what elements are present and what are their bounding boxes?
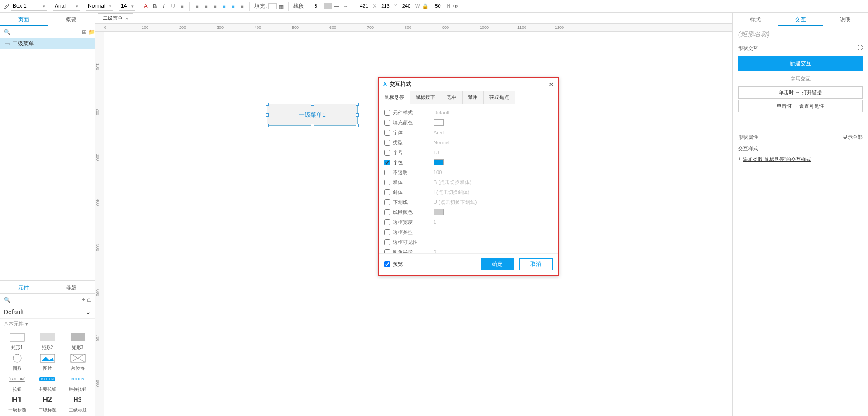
h-input[interactable] [429,2,446,10]
tab-interactions[interactable]: 交互 [778,13,823,26]
widget-group-header[interactable]: 基本元件 ▾ [0,319,95,329]
dialog-tab[interactable]: 选中 [441,91,463,104]
search-icon[interactable]: 🔍 [4,28,10,36]
add-page-icon[interactable]: ⊞ [82,28,86,36]
size-select[interactable] [119,2,135,11]
visibility-icon[interactable]: 👁 [451,2,460,11]
property-value[interactable]: Arial [434,130,444,135]
color-chip[interactable] [434,159,444,165]
underline-icon[interactable]: U [168,2,177,11]
weight-select[interactable] [86,2,113,11]
cancel-button[interactable]: 取消 [519,258,553,270]
widget-name-input[interactable] [11,2,47,11]
preset-visibility-button[interactable]: 单击时 → 设置可见性 [738,100,863,112]
dialog-tab[interactable]: 获取焦点 [484,91,515,104]
align-bottom-icon[interactable]: ≡ [238,2,247,11]
line-color-chip[interactable] [324,3,332,9]
property-checkbox[interactable] [384,239,390,245]
widget-h1[interactable]: H1一级标题 [3,394,31,413]
page-tree-item[interactable]: ▭ 二级菜单 [0,38,95,49]
text-color-icon[interactable]: A [141,2,150,11]
widget-rect2[interactable]: 矩形2 [33,332,62,351]
fill-color-chip[interactable] [268,3,277,9]
pages-search-input[interactable] [12,29,80,35]
property-checkbox[interactable] [384,130,390,136]
property-checkbox[interactable] [384,120,390,126]
add-ix-style-link[interactable]: + 添加类似"鼠标悬停"的交互样式 [733,154,868,165]
property-value[interactable]: I (点击切换斜体) [434,189,469,196]
widget-image[interactable]: 图片 [33,353,62,372]
fill-image-icon[interactable]: ▦ [277,2,286,11]
property-value[interactable]: Default [434,110,449,115]
expand-icon[interactable]: ⛶ [858,45,863,52]
bullet-icon[interactable]: ≡ [177,2,186,11]
property-checkbox[interactable] [384,140,390,146]
align-middle-icon[interactable]: ≡ [229,2,238,11]
property-value[interactable]: Normal [434,140,449,145]
lib-menu-icon[interactable]: 🗀 [87,296,92,304]
property-value[interactable]: 0 [434,249,436,253]
bold-icon[interactable]: B [150,2,159,11]
widgets-search-input[interactable] [12,297,80,303]
line-style-icon[interactable]: — [332,2,341,11]
shape-name-field[interactable]: (矩形名称) [733,26,868,42]
property-value[interactable]: U (点击切换下划线) [434,199,477,206]
color-chip[interactable] [434,209,444,215]
close-icon[interactable]: × [125,16,128,21]
property-value[interactable]: 100 [434,170,442,175]
tab-notes[interactable]: 说明 [823,13,868,26]
property-checkbox[interactable] [384,189,390,195]
color-chip[interactable] [434,119,444,126]
property-checkbox[interactable] [384,180,390,185]
property-checkbox[interactable] [384,249,390,254]
preset-openlink-button[interactable]: 单击时 → 打开链接 [738,86,863,99]
align-top-icon[interactable]: ≡ [219,2,229,11]
tab-pages[interactable]: 页面 [0,13,48,26]
library-select[interactable]: Default ⌄ [0,306,95,319]
widget-button[interactable]: BUTTON按钮 [3,373,31,392]
tab-widgets[interactable]: 元件 [0,281,48,293]
property-checkbox[interactable] [384,209,390,215]
widget-rect1[interactable]: 矩形1 [3,332,31,351]
widget-ellipse[interactable]: 圆形 [3,353,31,372]
property-checkbox[interactable] [384,229,390,235]
dialog-tab[interactable]: 禁用 [463,91,484,104]
add-lib-icon[interactable]: + [82,296,85,304]
lock-icon[interactable]: 🔒 [420,2,429,11]
search-icon[interactable]: 🔍 [4,296,10,304]
font-select[interactable] [53,2,80,11]
property-checkbox[interactable] [384,170,390,175]
property-checkbox[interactable] [384,219,390,225]
align-center-icon[interactable]: ≡ [201,2,210,11]
new-interaction-button[interactable]: 新建交互 [738,56,863,71]
line-width-input[interactable] [308,2,324,10]
align-right-icon[interactable]: ≡ [210,2,219,11]
widget-rect3[interactable]: 矩形3 [63,332,92,351]
widget-h3[interactable]: H3三级标题 [63,394,92,413]
italic-icon[interactable]: I [159,2,168,11]
widget-primary-button[interactable]: BUTTON主要按钮 [33,373,62,392]
property-value[interactable]: B (点击切换粗体) [434,179,472,186]
dialog-tab[interactable]: 鼠标悬停 [379,91,410,104]
property-value[interactable]: 1 [434,219,436,225]
tab-outline[interactable]: 概要 [48,13,95,26]
ok-button[interactable]: 确定 [481,258,514,270]
widget-h2[interactable]: H2二级标题 [33,394,62,413]
property-checkbox[interactable] [384,199,390,205]
arrow-icon[interactable]: → [341,2,350,11]
align-left-icon[interactable]: ≡ [192,2,201,11]
widget-link-button[interactable]: BUTTON链接按钮 [63,373,92,392]
property-checkbox[interactable] [384,160,390,165]
selected-shape[interactable]: 一级菜单1 [267,104,358,126]
x-input[interactable] [356,2,372,10]
show-all-link[interactable]: 显示全部 [843,134,863,141]
preview-checkbox[interactable] [384,261,390,267]
property-value[interactable]: 13 [434,150,439,155]
close-icon[interactable]: ✕ [549,81,553,88]
canvas-tab[interactable]: 二级菜单 × [98,13,133,23]
property-checkbox[interactable] [384,150,390,156]
dialog-tab[interactable]: 鼠标按下 [410,91,441,104]
w-input[interactable] [398,2,415,10]
y-input[interactable] [377,2,393,10]
property-checkbox[interactable] [384,110,390,116]
